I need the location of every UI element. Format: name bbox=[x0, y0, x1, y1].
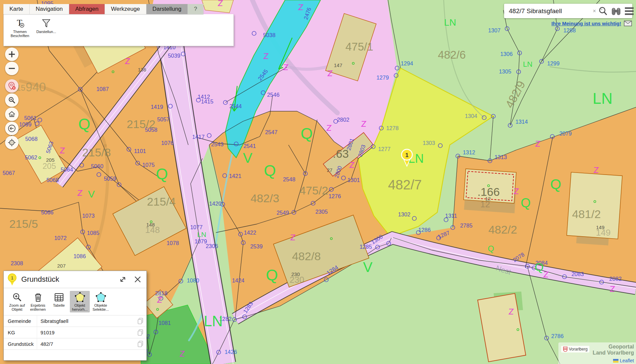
tool-darstellung-filter[interactable]: Darstellun... bbox=[33, 17, 60, 34]
map-label: 5057 bbox=[157, 116, 170, 122]
zoom-box-button[interactable] bbox=[5, 93, 19, 107]
abfragen-tool-panel: T Themen Beschriften Darstellun... bbox=[3, 14, 234, 46]
map-label: 1078 bbox=[167, 240, 179, 246]
popup-header: 1 Grundstück bbox=[4, 271, 146, 288]
row-value: 91019 bbox=[37, 330, 134, 335]
map-label: 1099 bbox=[19, 121, 32, 127]
copy-icon[interactable] bbox=[134, 340, 146, 348]
map-label: 482/7 bbox=[388, 177, 422, 192]
select-objects-button[interactable]: Objekte Selektie... bbox=[91, 291, 111, 312]
copy-icon[interactable] bbox=[134, 317, 146, 325]
zoom-to-object-button[interactable]: Zoom auf Objekt bbox=[7, 291, 27, 312]
map-label: 1303 bbox=[423, 140, 435, 146]
map-label: 940 bbox=[26, 80, 46, 94]
mail-icon[interactable] bbox=[624, 21, 632, 26]
map-label: 148 bbox=[145, 225, 160, 235]
tool-label: Objekt hervorh... bbox=[72, 303, 87, 311]
search-box: × bbox=[504, 4, 632, 18]
tool-label: Objekte Selektie... bbox=[92, 303, 109, 311]
grundstueck-popup: 1 Grundstück Zoom auf Objekt bbox=[3, 271, 147, 361]
row-value: Sibratsgfaell bbox=[37, 318, 134, 324]
menu-darstellung[interactable]: Darstellung bbox=[146, 4, 188, 14]
search-icon[interactable] bbox=[598, 6, 608, 16]
search-clear-icon[interactable]: × bbox=[593, 8, 596, 14]
map-label: 230 bbox=[289, 275, 304, 285]
map-label: 482/2 bbox=[488, 223, 517, 236]
map-label: 5059 bbox=[104, 176, 116, 182]
table-icon bbox=[49, 292, 68, 303]
map-label: 1076 bbox=[161, 140, 174, 146]
vorarlberg-logo[interactable]: Vorarlberg bbox=[561, 346, 589, 353]
map-label: 5039 bbox=[168, 53, 181, 59]
map-label: 215/8 bbox=[82, 146, 111, 159]
map-label: 1080 bbox=[187, 277, 199, 283]
map-label: 5060 bbox=[91, 163, 104, 169]
search-input[interactable] bbox=[504, 7, 592, 15]
map-label: LN bbox=[593, 90, 613, 107]
map-label: 5058 bbox=[145, 127, 158, 133]
tool-label: Zoom auf Objekt bbox=[9, 303, 25, 311]
binoculars-icon[interactable] bbox=[611, 6, 621, 16]
map-label: 1415 bbox=[201, 98, 214, 104]
table-row: Grundstück 482/7 bbox=[4, 338, 146, 350]
map-label: 2306 bbox=[206, 243, 218, 249]
zoom-in-button[interactable] bbox=[5, 48, 19, 61]
map-label: 2308 bbox=[11, 260, 23, 266]
map-label: 1294 bbox=[401, 60, 413, 66]
remove-result-button[interactable]: Ergebnis entfernen bbox=[28, 291, 48, 312]
search-menu-icon[interactable] bbox=[624, 7, 634, 16]
map-label: 147 bbox=[334, 62, 342, 68]
map-label: 475/1 bbox=[345, 40, 374, 53]
svg-text:1: 1 bbox=[11, 275, 13, 280]
map-label: 1424 bbox=[232, 277, 245, 283]
leaflet-link[interactable]: Leaflet bbox=[620, 358, 634, 363]
map-label: 1312 bbox=[463, 149, 475, 155]
map-label: 1288 bbox=[563, 27, 576, 33]
remove-marker-button[interactable] bbox=[5, 79, 19, 93]
zoom-out-button[interactable] bbox=[5, 62, 19, 75]
map-label: Q bbox=[266, 266, 278, 284]
menu-help[interactable]: ? bbox=[188, 4, 203, 14]
map-label: Q bbox=[521, 196, 531, 210]
attribute-table: Gemeinde Sibratsgfaell KG 91019 Grundstü… bbox=[4, 315, 146, 350]
map-label: 2802 bbox=[337, 117, 350, 123]
label-plus-icon: T bbox=[6, 17, 33, 30]
map-label: 1422 bbox=[244, 230, 256, 236]
map-label: 149 bbox=[596, 228, 610, 238]
vorarlberg-shield-icon bbox=[563, 346, 568, 352]
row-key: Grundstück bbox=[4, 338, 37, 350]
copy-icon[interactable] bbox=[134, 329, 146, 336]
popup-expand-icon[interactable] bbox=[115, 273, 130, 286]
map-label: 1421 bbox=[229, 173, 242, 179]
menu-karte[interactable]: Karte bbox=[3, 4, 30, 14]
feedback-link[interactable]: Ihre Meinung ist uns wichtig! bbox=[551, 21, 621, 26]
row-value: 482/7 bbox=[37, 341, 134, 347]
menu-abfragen[interactable]: Abfragen bbox=[69, 4, 105, 14]
locate-button[interactable] bbox=[5, 136, 19, 149]
tool-themen-beschriften[interactable]: T Themen Beschriften bbox=[6, 17, 33, 38]
highlight-polygon-icon bbox=[70, 292, 89, 303]
popup-close-icon[interactable] bbox=[130, 273, 145, 286]
menu-navigation[interactable]: Navigation bbox=[30, 4, 69, 14]
select-polygon-icon bbox=[91, 292, 110, 303]
map-label: 1314 bbox=[516, 119, 528, 125]
home-extent-button[interactable] bbox=[5, 108, 19, 121]
back-extent-button[interactable] bbox=[5, 122, 19, 135]
map-label: 2547 bbox=[265, 129, 278, 135]
map-label: 2818 bbox=[155, 290, 168, 296]
map-label: 2546 bbox=[267, 92, 280, 98]
map-label: 5064 bbox=[61, 166, 73, 173]
map-label: LN bbox=[444, 17, 456, 28]
map-label: 215/5 bbox=[9, 217, 38, 230]
map-label: 1276 bbox=[329, 193, 341, 199]
map-label: 1075 bbox=[142, 162, 155, 168]
map-label: 1419 bbox=[151, 104, 163, 110]
svg-text:1: 1 bbox=[405, 152, 408, 158]
row-key: KG bbox=[4, 327, 37, 338]
table-button[interactable]: Tabelle bbox=[49, 291, 69, 308]
map-label: 5067 bbox=[3, 170, 15, 176]
highlight-object-button[interactable]: Objekt hervorh... bbox=[70, 291, 90, 312]
map-label: 1087 bbox=[96, 86, 109, 92]
map-label: LN bbox=[523, 60, 532, 68]
menu-werkzeuge[interactable]: Werkzeuge bbox=[105, 4, 146, 14]
